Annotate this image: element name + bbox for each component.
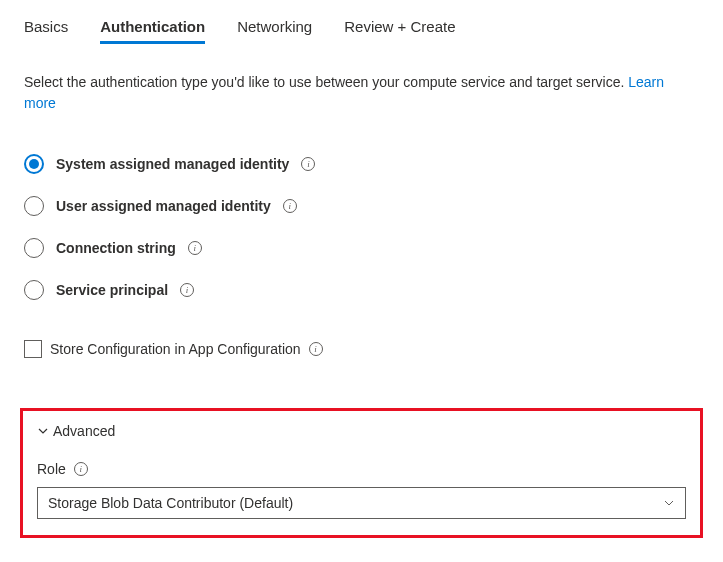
role-label: Role: [37, 461, 66, 477]
advanced-section: Advanced Role i Storage Blob Data Contri…: [20, 408, 703, 538]
radio-user-identity[interactable]: [24, 196, 44, 216]
role-select[interactable]: Storage Blob Data Contributor (Default): [37, 487, 686, 519]
radio-service-principal[interactable]: [24, 280, 44, 300]
info-icon[interactable]: i: [301, 157, 315, 171]
tab-basics[interactable]: Basics: [24, 18, 68, 44]
description-body: Select the authentication type you'd lik…: [24, 74, 628, 90]
radio-row-system-identity: System assigned managed identity i: [24, 154, 699, 174]
radio-system-identity[interactable]: [24, 154, 44, 174]
info-icon[interactable]: i: [309, 342, 323, 356]
advanced-header-label: Advanced: [53, 423, 115, 439]
store-config-label: Store Configuration in App Configuration: [50, 341, 301, 357]
tab-authentication[interactable]: Authentication: [100, 18, 205, 44]
radio-label-system-identity: System assigned managed identity: [56, 156, 289, 172]
info-icon[interactable]: i: [283, 199, 297, 213]
radio-label-user-identity: User assigned managed identity: [56, 198, 271, 214]
radio-row-service-principal: Service principal i: [24, 280, 699, 300]
role-label-row: Role i: [37, 461, 686, 477]
info-icon[interactable]: i: [74, 462, 88, 476]
advanced-toggle[interactable]: Advanced: [37, 423, 686, 439]
role-select-value: Storage Blob Data Contributor (Default): [48, 495, 293, 511]
tab-review-create[interactable]: Review + Create: [344, 18, 455, 44]
auth-radio-group: System assigned managed identity i User …: [24, 154, 699, 300]
radio-row-user-identity: User assigned managed identity i: [24, 196, 699, 216]
radio-label-connection-string: Connection string: [56, 240, 176, 256]
radio-connection-string[interactable]: [24, 238, 44, 258]
description-text: Select the authentication type you'd lik…: [24, 72, 699, 114]
tabs-row: Basics Authentication Networking Review …: [24, 18, 699, 44]
tab-networking[interactable]: Networking: [237, 18, 312, 44]
radio-row-connection-string: Connection string i: [24, 238, 699, 258]
store-config-checkbox[interactable]: [24, 340, 42, 358]
info-icon[interactable]: i: [188, 241, 202, 255]
chevron-down-icon: [37, 425, 49, 437]
radio-label-service-principal: Service principal: [56, 282, 168, 298]
store-config-row: Store Configuration in App Configuration…: [24, 340, 699, 358]
info-icon[interactable]: i: [180, 283, 194, 297]
chevron-down-icon: [663, 497, 675, 509]
